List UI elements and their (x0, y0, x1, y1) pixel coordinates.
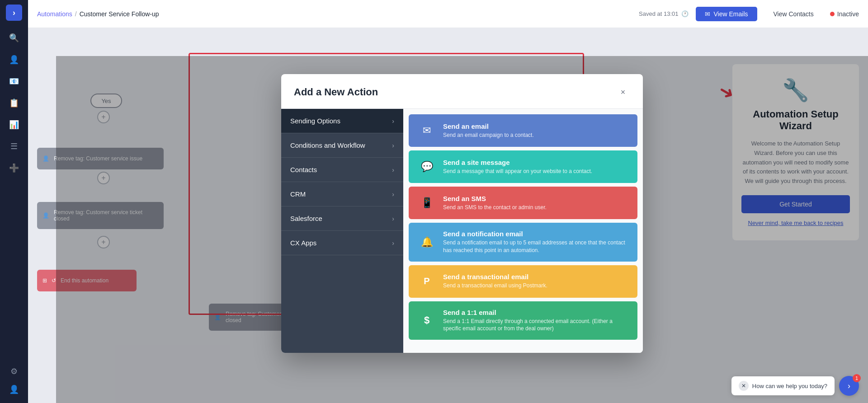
notification-option-icon: 🔔 (418, 233, 436, 251)
menu-label-crm: CRM (290, 190, 306, 198)
option-notification-desc: Send a notification email to up to 5 ema… (443, 239, 628, 254)
header-actions: Saved at 13:01 🕐 ✉ View Emails View Cont… (639, 7, 859, 21)
option-send-1to1[interactable]: $ Send a 1:1 email Send a 1:1 Email dire… (409, 301, 637, 340)
refresh-icon: ↺ (52, 277, 56, 284)
menu-item-contacts[interactable]: Contacts › (281, 158, 403, 182)
menu-label-sending-options: Sending Options (290, 117, 340, 125)
chat-close-button[interactable]: ✕ (739, 381, 749, 391)
sidebar-icon-lists[interactable]: ☰ (5, 137, 23, 155)
modal-header: Add a New Action × (281, 74, 643, 109)
option-transactional-title: Send a transactional email (443, 273, 547, 281)
sidebar-icon-reports[interactable]: 📊 (5, 116, 23, 134)
person-icon: 👤 (42, 155, 49, 162)
sidebar-icon-email[interactable]: 📧 (5, 72, 23, 90)
menu-label-salesforce: Salesforce (290, 215, 322, 222)
modal-body: Sending Options › Conditions and Workflo… (281, 109, 643, 353)
saved-at-text: Saved at 13:01 🕐 (639, 10, 688, 17)
view-contacts-button[interactable]: View Contacts (764, 7, 823, 21)
header: Automations / Customer Service Follow-up… (28, 0, 868, 28)
chat-message-text: How can we help you today? (752, 383, 827, 389)
transactional-option-icon: P (418, 272, 436, 291)
modal-title: Add a New Action (294, 86, 378, 98)
option-send-site-message[interactable]: 💬 Send a site message Send a message tha… (409, 150, 637, 183)
option-1to1-desc: Send a 1:1 Email directly through a conn… (443, 318, 628, 333)
menu-label-conditions-workflow: Conditions and Workflow (290, 141, 365, 149)
option-transactional-desc: Send a transactional email using Postmar… (443, 282, 547, 290)
menu-item-conditions-workflow[interactable]: Conditions and Workflow › (281, 133, 403, 158)
sidebar-icon-settings[interactable]: ⚙ (5, 362, 23, 380)
plus-minus-icon: ⊞ (42, 277, 47, 284)
one-to-one-option-icon: $ (418, 311, 436, 329)
chat-send-button[interactable]: › 1 (839, 376, 859, 396)
person-icon-2: 👤 (42, 212, 49, 219)
status-badge: Inactive (830, 10, 859, 18)
option-sms-title: Send an SMS (443, 195, 547, 202)
modal-overlay[interactable]: Add a New Action × Sending Options › Con… (56, 56, 868, 403)
option-site-message-title: Send a site message (443, 159, 592, 166)
modal-menu: Sending Options › Conditions and Workflo… (281, 109, 403, 353)
modal-close-button[interactable]: × (616, 85, 630, 99)
modal-options: ✉ Send an email Send an email campaign t… (403, 109, 643, 353)
email-option-icon: ✉ (418, 122, 436, 140)
menu-item-crm[interactable]: CRM › (281, 182, 403, 206)
chevron-right-icon-3: › (392, 166, 394, 173)
sidebar-icon-search[interactable]: 🔍 (5, 29, 23, 47)
option-send-email-title: Send an email (443, 122, 534, 130)
option-send-email[interactable]: ✉ Send an email Send an email campaign t… (409, 114, 637, 147)
option-site-message-desc: Send a message that will appear on your … (443, 168, 592, 175)
chevron-right-icon-1: › (392, 117, 394, 125)
sms-option-icon: 📱 (418, 194, 436, 212)
chevron-right-icon-2: › (392, 142, 394, 149)
breadcrumb-current: Customer Service Follow-up (80, 10, 159, 18)
option-site-message-content: Send a site message Send a message that … (443, 159, 592, 175)
sidebar-icon-contacts[interactable]: 👤 (5, 51, 23, 69)
option-1to1-title: Send a 1:1 email (443, 309, 628, 316)
chevron-right-icon-4: › (392, 191, 394, 198)
option-send-email-content: Send an email Send an email campaign to … (443, 122, 534, 139)
view-emails-button[interactable]: ✉ View Emails (696, 7, 757, 21)
chevron-right-icon-6: › (392, 239, 394, 247)
breadcrumb: Automations / Customer Service Follow-up (37, 10, 159, 18)
option-transactional-content: Send a transactional email Send a transa… (443, 273, 547, 290)
menu-label-cx-apps: CX Apps (290, 239, 316, 247)
email-icon: ✉ (705, 10, 710, 18)
option-send-transactional[interactable]: P Send a transactional email Send a tran… (409, 265, 637, 298)
menu-label-contacts: Contacts (290, 166, 317, 173)
option-send-email-desc: Send an email campaign to a contact. (443, 131, 534, 139)
menu-item-cx-apps[interactable]: CX Apps › (281, 231, 403, 255)
option-notification-content: Send a notification email Send a notific… (443, 230, 628, 254)
sidebar-icon-automations[interactable]: 📋 (5, 94, 23, 112)
status-dot-inactive (830, 12, 835, 16)
option-send-sms[interactable]: 📱 Send an SMS Send an SMS to the contact… (409, 187, 637, 219)
option-sms-content: Send an SMS Send an SMS to the contact o… (443, 195, 547, 211)
sidebar-icon-integrations[interactable]: ➕ (5, 159, 23, 177)
add-action-modal: Add a New Action × Sending Options › Con… (281, 74, 643, 353)
chat-notification-badge: 1 (853, 374, 861, 382)
option-sms-desc: Send an SMS to the contact or admin user… (443, 204, 547, 211)
menu-item-sending-options[interactable]: Sending Options › (281, 109, 403, 133)
breadcrumb-parent[interactable]: Automations (37, 10, 72, 18)
chat-widget: ✕ How can we help you today? › 1 (731, 376, 859, 396)
chat-message-box: ✕ How can we help you today? (731, 376, 835, 395)
option-1to1-content: Send a 1:1 email Send a 1:1 Email direct… (443, 309, 628, 333)
chevron-right-icon-5: › (392, 215, 394, 222)
menu-item-salesforce[interactable]: Salesforce › (281, 206, 403, 231)
clock-icon: 🕐 (681, 10, 689, 17)
option-send-notification[interactable]: 🔔 Send a notification email Send a notif… (409, 223, 637, 262)
option-notification-title: Send a notification email (443, 230, 628, 238)
chat-option-icon: 💬 (418, 158, 436, 176)
sidebar: › 🔍 👤 📧 📋 📊 ☰ ➕ ⚙ 👤 (0, 0, 28, 403)
canvas: Yes + 👤 Remove tag: Customer service iss… (28, 28, 868, 403)
app-logo[interactable]: › (6, 5, 22, 21)
sidebar-icon-user[interactable]: 👤 (5, 380, 23, 398)
breadcrumb-separator: / (75, 10, 77, 18)
